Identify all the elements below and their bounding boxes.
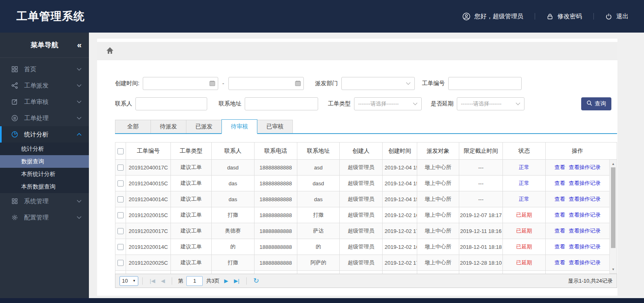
table-vertical-scrollbar: ▲ ▼ xyxy=(609,142,617,274)
chevron-down-icon xyxy=(413,101,418,107)
cell-deadline: 2019-12-11 18:16 xyxy=(459,223,503,239)
cell-creator: 超级管理员 xyxy=(340,239,383,255)
view-log-link[interactable]: 查看操作记录 xyxy=(569,212,601,218)
column-header: 状态 xyxy=(503,143,546,160)
page-size-value: 10 xyxy=(122,278,128,284)
view-link[interactable]: 查看 xyxy=(555,212,565,218)
order-type-select[interactable]: -------请选择------- xyxy=(354,97,422,110)
page-number-input[interactable] xyxy=(186,276,203,286)
filter-row-1: 创建时间: - xyxy=(115,77,617,90)
delay-select[interactable]: -------请选择------- xyxy=(457,97,524,110)
table-row: 201912020017C 建议工单 奥德赛 18888888888 萨达 超级… xyxy=(115,223,610,239)
create-time-start-input[interactable] xyxy=(143,77,218,90)
top-header-bar: 工单管理系统 您好，超级管理员 修改密码 xyxy=(0,0,644,33)
cell-address: 萨达 xyxy=(297,223,340,239)
prev-page-button[interactable]: ◀ xyxy=(161,278,165,284)
view-link[interactable]: 查看 xyxy=(555,228,565,234)
user-greeting[interactable]: 您好，超级管理员 xyxy=(463,13,523,20)
create-time-end-field xyxy=(228,77,304,90)
sidebar-item-dispatch[interactable]: 工单派发 xyxy=(0,77,89,94)
cell-phone: 18888888888 xyxy=(255,191,297,207)
first-page-button[interactable]: |◀ xyxy=(150,278,155,284)
row-checkbox[interactable] xyxy=(117,212,124,218)
view-link[interactable]: 查看 xyxy=(555,180,565,186)
sidebar-submenu: 统计分析 数据查询 本所统计分析 本所数据查询 xyxy=(0,143,89,193)
cell-order-no: 201912020015C xyxy=(126,207,171,223)
row-checkbox[interactable] xyxy=(117,244,124,250)
contact-input[interactable] xyxy=(135,97,207,110)
cell-order-type: 建议工单 xyxy=(171,160,212,176)
order-no-label: 工单编号 xyxy=(422,80,445,87)
logout-button[interactable]: 退出 xyxy=(605,13,629,20)
sidebar-item-statistics[interactable]: 统计分析 xyxy=(0,126,89,143)
scrollbar-thumb[interactable] xyxy=(611,167,615,248)
last-page-button[interactable]: ▶| xyxy=(234,278,239,284)
pagination-bar: 10 ▼ |◀ ◀ 第 共3页 ▶ ▶| ↻ 显示1-10,共24记录 xyxy=(115,274,617,288)
address-input[interactable] xyxy=(245,97,318,110)
sidebar-item-label: 工单派发 xyxy=(24,82,77,90)
view-log-link[interactable]: 查看操作记录 xyxy=(569,244,601,250)
home-icon[interactable] xyxy=(106,47,114,56)
view-link[interactable]: 查看 xyxy=(555,164,565,170)
cell-deadline: --- xyxy=(459,176,503,191)
dispatch-dept-select[interactable] xyxy=(341,77,415,90)
select-all-checkbox[interactable] xyxy=(117,148,124,154)
cell-address: asd xyxy=(297,160,340,176)
tab-reviewed[interactable]: 已审核 xyxy=(257,120,293,133)
cell-contact: das xyxy=(212,191,255,207)
tab-all[interactable]: 全部 xyxy=(115,120,151,133)
sidebar-item-process[interactable]: 工单处理 xyxy=(0,110,89,126)
view-link[interactable]: 查看 xyxy=(555,259,565,266)
change-password-button[interactable]: 修改密码 xyxy=(547,13,582,20)
table-header-row: 工单编号 工单类型 联系人 联系电话 联系地址 创建人 创建时间 派发对象 限定… xyxy=(115,143,610,160)
divider xyxy=(246,277,247,285)
column-header: 创建人 xyxy=(340,143,383,160)
cell-actions: 查看查看操作记录 xyxy=(546,239,610,255)
refresh-icon[interactable]: ↻ xyxy=(253,277,259,285)
cell-contact: 奥德赛 xyxy=(212,223,255,239)
sidebar-collapse-icon[interactable]: « xyxy=(77,40,81,50)
view-log-link[interactable]: 查看操作记录 xyxy=(569,228,601,234)
view-log-link[interactable]: 查看操作记录 xyxy=(569,164,601,170)
greeting-text: 您好，超级管理员 xyxy=(474,13,523,20)
tab-pending-review[interactable]: 待审核 xyxy=(221,119,257,134)
process-icon xyxy=(11,115,19,121)
row-checkbox[interactable] xyxy=(117,228,124,234)
tab-pending-dispatch[interactable]: 待派发 xyxy=(150,120,186,133)
calendar-icon[interactable] xyxy=(209,80,215,88)
view-link[interactable]: 查看 xyxy=(555,244,565,250)
sidebar-item-home[interactable]: 首页 xyxy=(0,61,89,77)
order-no-input[interactable] xyxy=(448,77,522,90)
row-checkbox[interactable] xyxy=(117,165,124,171)
view-link[interactable]: 查看 xyxy=(555,196,565,202)
cell-contact: 打撒 xyxy=(212,207,255,223)
page-size-select[interactable]: 10 ▼ xyxy=(120,276,138,286)
view-log-link[interactable]: 查看操作记录 xyxy=(569,259,601,266)
scrollbar-track[interactable]: ▲ ▼ xyxy=(609,160,617,274)
view-log-link[interactable]: 查看操作记录 xyxy=(569,180,601,186)
view-log-link[interactable]: 查看操作记录 xyxy=(569,196,601,202)
sidebar-item-review[interactable]: 工单审核 xyxy=(0,94,89,110)
submenu-item-local-statistics[interactable]: 本所统计分析 xyxy=(0,168,89,180)
row-checkbox[interactable] xyxy=(117,260,124,266)
next-page-button[interactable]: ▶ xyxy=(224,278,228,284)
create-time-end-input[interactable] xyxy=(228,77,304,90)
system-grid-icon xyxy=(11,198,19,204)
tab-dispatched[interactable]: 已派发 xyxy=(186,120,222,133)
row-checkbox[interactable] xyxy=(117,196,124,202)
submenu-item-statistics[interactable]: 统计分析 xyxy=(0,143,89,155)
status-badge: 正常 xyxy=(503,176,546,191)
scroll-down-arrow-icon[interactable]: ▼ xyxy=(610,266,617,272)
calendar-icon[interactable] xyxy=(295,80,301,88)
sidebar-item-config[interactable]: 配置管理 xyxy=(0,209,89,226)
cell-creator: 超级管理员 xyxy=(340,160,383,176)
sidebar-item-system[interactable]: 系统管理 xyxy=(0,193,89,209)
scroll-up-arrow-icon[interactable]: ▲ xyxy=(610,160,617,167)
row-checkbox[interactable] xyxy=(117,180,124,187)
cell-order-no: 201912040015C xyxy=(126,176,171,191)
cell-phone: 18888888888 xyxy=(255,239,297,255)
cell-deadline: --- xyxy=(459,160,503,176)
submenu-item-local-data-query[interactable]: 本所数据查询 xyxy=(0,180,89,193)
submenu-item-data-query[interactable]: 数据查询 xyxy=(0,155,89,168)
search-button[interactable]: 查询 xyxy=(581,97,611,110)
